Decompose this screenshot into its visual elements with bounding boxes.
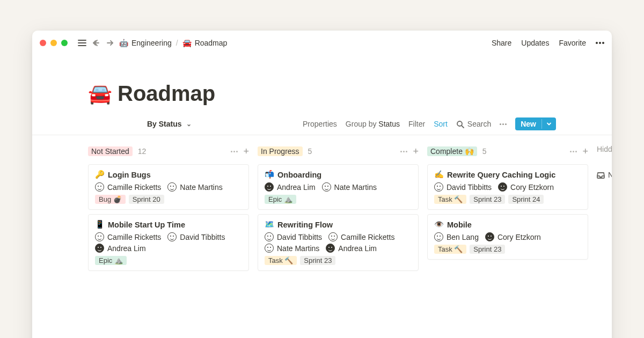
close-window-button[interactable]: [40, 40, 46, 46]
column-actions: +: [400, 146, 419, 156]
avatar: [265, 182, 274, 192]
column-add-button[interactable]: +: [413, 146, 419, 156]
column-status-tag[interactable]: Not Started: [88, 146, 133, 156]
sort-button[interactable]: Sort: [434, 120, 448, 128]
card-title: ✍️Rewrite Query Caching Logic: [434, 170, 581, 179]
updates-button[interactable]: Updates: [521, 39, 549, 47]
maximize-window-button[interactable]: [61, 40, 68, 46]
tag-chip: Epic ⛰️: [265, 195, 296, 204]
search-label: Search: [467, 120, 491, 128]
chevron-down-icon: ⌄: [186, 120, 192, 128]
tag-chip: Sprint 23: [470, 195, 505, 204]
tag-chip: Task 🔨: [434, 195, 466, 204]
view-selector[interactable]: By Status ⌄: [88, 120, 192, 128]
card-tags: Epic ⛰️: [95, 256, 242, 265]
person-name: Ben Lang: [447, 233, 479, 241]
board-column: Not Started 12 + 🔑Login BugsCamille Rick…: [88, 144, 249, 275]
no-status-group[interactable]: No: [597, 171, 612, 179]
no-status-label: No: [608, 171, 612, 179]
column-header: Complete 🙌 5 +: [427, 144, 588, 159]
card-tags: Task 🔨Sprint 23: [265, 256, 412, 265]
person: Nate Martins: [265, 244, 319, 253]
view-selector-label: By Status: [147, 120, 182, 128]
tag-chip: Sprint 23: [470, 245, 505, 254]
person-name: David Tibbitts: [277, 233, 322, 241]
card-title: 👁️Mobile: [434, 220, 581, 229]
topbar-actions: Share Updates Favorite: [492, 39, 604, 47]
search-button[interactable]: Search: [456, 120, 491, 128]
board-card[interactable]: 🔑Login BugsCamille RickettsNate MartinsB…: [88, 164, 249, 210]
person-name: Camille Ricketts: [107, 183, 161, 192]
card-people: David TibbittsCamille RickettsNate Marti…: [265, 232, 412, 253]
column-more-icon[interactable]: [231, 151, 238, 152]
board-card[interactable]: 📬OnboardingAndrea LimNate MartinsEpic ⛰️: [258, 164, 419, 210]
database-toolbar: By Status ⌄ Properties Group by Status F…: [32, 106, 612, 135]
card-title: 🗺️Rewriting Flow: [265, 220, 412, 229]
person-name: Nate Martins: [334, 183, 377, 192]
person-name: Cory Etzkorn: [510, 183, 554, 192]
groupby-button[interactable]: Group by Status: [346, 120, 400, 128]
column-actions: +: [231, 146, 249, 156]
sidebar-toggle-icon[interactable]: [75, 36, 89, 50]
page-title-text: Roadmap: [118, 82, 215, 106]
card-title-text: Rewriting Flow: [277, 221, 333, 229]
toolbar-more-icon[interactable]: [500, 123, 507, 125]
person: Nate Martins: [167, 182, 222, 192]
board-column: Complete 🙌 5 + ✍️Rewrite Query Caching L…: [427, 144, 588, 275]
avatar: [265, 244, 274, 253]
person-name: Andrea Lim: [277, 183, 316, 192]
breadcrumb-item-roadmap[interactable]: 🚘 Roadmap: [182, 39, 228, 47]
breadcrumb-item-engineering[interactable]: 🤖 Engineering: [119, 39, 172, 47]
avatar: [265, 232, 274, 241]
card-title: 📱Mobile Start Up Time: [95, 220, 242, 229]
person: Camille Ricketts: [95, 182, 161, 192]
board-card[interactable]: 📱Mobile Start Up TimeCamille RickettsDav…: [88, 214, 249, 271]
card-title-text: Mobile: [447, 221, 472, 229]
board-card[interactable]: 🗺️Rewriting FlowDavid TibbittsCamille Ri…: [258, 214, 419, 271]
card-title: 🔑Login Bugs: [95, 170, 242, 179]
share-button[interactable]: Share: [492, 39, 511, 47]
board-view-icon: [88, 120, 144, 128]
nav-forward-button[interactable]: [103, 36, 117, 50]
favorite-button[interactable]: Favorite: [559, 39, 586, 47]
column-more-icon[interactable]: [400, 151, 407, 152]
inbox-icon: [597, 172, 605, 179]
column-header: Not Started 12 +: [88, 144, 249, 159]
page-header: 🚘 Roadmap: [32, 55, 612, 106]
avatar: [485, 232, 494, 241]
column-count: 5: [308, 147, 312, 156]
nav-back-button[interactable]: [89, 36, 103, 50]
hidden-columns-label[interactable]: Hidden: [597, 145, 612, 153]
card-people: David TibbittsCory Etzkorn: [434, 182, 581, 192]
minimize-window-button[interactable]: [50, 40, 57, 46]
column-status-tag[interactable]: In Progress: [258, 146, 303, 156]
person-name: Camille Ricketts: [107, 233, 161, 241]
card-icon: ✍️: [434, 170, 444, 179]
more-menu-icon[interactable]: [596, 42, 604, 44]
new-button[interactable]: New: [515, 117, 556, 130]
person: Nate Martins: [322, 182, 377, 192]
card-people: Camille RickettsDavid TibbittsAndrea Lim: [95, 232, 242, 253]
card-icon: 👁️: [434, 220, 444, 229]
column-actions: +: [570, 146, 588, 156]
column-status-tag[interactable]: Complete 🙌: [427, 146, 477, 156]
properties-button[interactable]: Properties: [303, 120, 337, 128]
card-icon: 🗺️: [265, 220, 274, 229]
board-card[interactable]: ✍️Rewrite Query Caching LogicDavid Tibbi…: [427, 164, 588, 210]
card-tags: Epic ⛰️: [265, 195, 412, 204]
window-controls: [40, 40, 68, 46]
page-icon[interactable]: 🚘: [88, 83, 112, 105]
new-button-dropdown[interactable]: [541, 119, 556, 129]
column-add-button[interactable]: +: [243, 146, 249, 156]
person-name: Camille Ricketts: [341, 233, 394, 241]
board-card[interactable]: 👁️MobileBen LangCory EtzkornTask 🔨Sprint…: [427, 214, 588, 260]
page-title[interactable]: 🚘 Roadmap: [88, 82, 556, 106]
tag-chip: Sprint 24: [508, 195, 544, 204]
column-add-button[interactable]: +: [582, 146, 588, 156]
avatar: [95, 244, 104, 253]
filter-button[interactable]: Filter: [408, 120, 425, 128]
person-name: David Tibbitts: [447, 183, 492, 192]
column-more-icon[interactable]: [570, 151, 577, 152]
person: David Tibbitts: [167, 232, 225, 241]
person-name: Andrea Lim: [107, 244, 146, 253]
